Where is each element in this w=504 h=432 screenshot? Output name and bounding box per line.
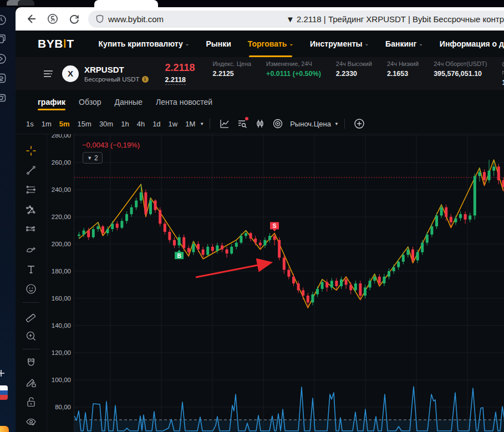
ticker-bar: X XRPUSDT Бессрочный USDTi 2.2118 2.2118…	[16, 57, 504, 90]
parallel-channel-tool-icon[interactable]	[24, 223, 38, 237]
ticker-stat: 24ч Низкий2.1653	[387, 60, 419, 87]
timeframe-4h[interactable]: 4h	[133, 118, 149, 130]
tab-Данные[interactable]: Данные	[114, 90, 142, 114]
horizontal-lines-tool-icon[interactable]	[24, 183, 38, 197]
chart-toolbar: 1s1m5m15m30m1h4h1d1w1M ▼ Рыноч.Цена▼	[16, 114, 504, 134]
divider	[210, 119, 210, 129]
forward-circle-icon[interactable]	[0, 53, 7, 65]
nav-item[interactable]: Инструменты⌄	[310, 31, 369, 57]
price-axis[interactable]: 280,00260,00240,00220,00200,00180,00160,…	[47, 134, 74, 432]
annotation-arrow	[196, 263, 269, 277]
target-icon[interactable]	[272, 118, 283, 129]
zoom-in-tool-icon[interactable]	[24, 329, 38, 343]
shield-icon[interactable]	[95, 14, 104, 23]
draw-lock-tool-icon[interactable]	[24, 375, 38, 390]
yandex-icon[interactable]	[47, 13, 59, 25]
y-axis-label: 200,00	[52, 241, 71, 247]
screenshot-icon[interactable]	[0, 92, 7, 104]
ticker-stats: Индекс. Цена2.2125Изменение, 24Ч+0.0111 …	[213, 60, 504, 87]
url-text[interactable]: www.bybit.com	[108, 14, 164, 24]
tabs-icon[interactable]	[0, 33, 7, 45]
y-axis-label: 280,00	[52, 134, 71, 139]
history-icon[interactable]	[0, 14, 7, 26]
add-icon[interactable]	[0, 369, 6, 378]
symbol-block[interactable]: XRPUSDT Бессрочный USDTi	[84, 65, 149, 83]
nav-item[interactable]: Банкинг⌄	[385, 31, 423, 57]
background-tab[interactable]	[18, 0, 34, 6]
nav-items: Купить криптовалюту⌄РынкиТорговать⌄Инстр…	[99, 31, 504, 57]
timeframe-1M[interactable]: 1M	[181, 118, 199, 130]
bybit-logo[interactable]: BYBǀT	[38, 37, 74, 50]
y-axis-label: 180,00	[52, 268, 71, 275]
info-icon[interactable]: i	[142, 76, 149, 83]
ticker-stat: Сумма от позиций170,152,	[502, 60, 504, 87]
y-axis-label: 240,00	[52, 186, 71, 193]
chevron-down-icon: ⌄	[185, 41, 190, 47]
lock-tool-icon[interactable]	[24, 395, 38, 410]
timeframe-caret-icon[interactable]: ▼	[200, 121, 204, 126]
y-axis-label: 100,00	[52, 377, 71, 383]
y-axis-label: 260,00	[52, 159, 71, 166]
timeframe-1d[interactable]: 1d	[149, 118, 164, 130]
last-price: 2.2118	[165, 62, 195, 74]
back-icon[interactable]	[25, 13, 37, 25]
chart-plot-area[interactable]: BS −0,0043 (−0,19%) ▼2	[74, 134, 504, 432]
ruler-tool-icon[interactable]	[24, 309, 38, 323]
line-chart-icon[interactable]	[219, 118, 230, 129]
tab-Лента новостей[interactable]: Лента новостей	[156, 90, 212, 114]
hide-drawings-tool-icon[interactable]	[24, 415, 38, 429]
refresh-icon[interactable]	[68, 13, 80, 25]
timeframe-1w[interactable]: 1w	[165, 118, 182, 130]
tab-count-icon[interactable]	[0, 72, 7, 84]
timeframe-1h[interactable]: 1h	[117, 118, 133, 130]
emoji-tool-icon[interactable]	[24, 282, 38, 296]
nav-item[interactable]: Рынки	[206, 31, 231, 57]
y-axis-label: 160,00	[52, 295, 71, 302]
symbol-name[interactable]: XRPUSDT	[84, 65, 149, 74]
y-axis-label: 120,00	[52, 349, 71, 356]
divider	[23, 349, 39, 349]
address-bar[interactable]: www.bybit.com ▼ 2.2118 | Трейдинг XRPUSD…	[88, 11, 504, 28]
contract-list-icon[interactable]	[43, 69, 53, 78]
crosshair-tool-icon[interactable]	[24, 144, 38, 158]
text-tool-icon[interactable]	[24, 262, 38, 277]
chevron-down-icon: ▼	[87, 155, 92, 161]
timeframe-1s[interactable]: 1s	[22, 118, 38, 130]
browser-toolbar: www.bybit.com ▼ 2.2118 | Трейдинг XRPUSD…	[16, 7, 504, 31]
timeframe-30m[interactable]: 30m	[95, 118, 117, 130]
active-tab[interactable]	[94, 0, 158, 7]
ticker-stat: 24ч Высокий2.2330	[336, 60, 372, 87]
divider	[23, 302, 39, 303]
plus-circle-icon[interactable]	[354, 118, 365, 129]
notification-dot	[245, 117, 248, 120]
xrp-coin-icon: X	[62, 65, 79, 82]
tab-график[interactable]: график	[38, 90, 65, 114]
tab-Обзор[interactable]: Обзор	[79, 90, 101, 114]
alice-assistant-icon[interactable]	[0, 426, 9, 432]
browser-tab-strip	[0, 0, 504, 7]
magnet-tool-icon[interactable]	[24, 355, 38, 370]
chevron-down-icon: ⌄	[289, 41, 293, 47]
indicator-change-label: −0,0043 (−0,19%)	[82, 141, 140, 149]
mark-price[interactable]: 2.2118	[165, 76, 186, 85]
timeframe-1m[interactable]: 1m	[38, 118, 55, 130]
nav-item[interactable]: Купить криптовалюту⌄	[99, 31, 190, 57]
y-axis-label: 140,00	[52, 322, 71, 329]
nav-item[interactable]: Информация о деривативах⌄	[440, 31, 504, 57]
ticker-stat: 24ч Оборот(USDT)395,576,051.10	[434, 60, 487, 87]
order-type-select[interactable]: Рыноч.Цена▼	[290, 120, 339, 128]
nav-item[interactable]: Торговать⌄	[248, 31, 293, 57]
trend-line-tool-icon[interactable]	[24, 164, 38, 178]
brush-tool-icon[interactable]	[24, 242, 38, 257]
timeframe-5m[interactable]: 5m	[55, 118, 74, 130]
russia-flag-icon[interactable]	[0, 385, 8, 400]
xabcd-pattern-tool-icon[interactable]	[24, 203, 38, 217]
contract-type: Бессрочный USDTi	[84, 76, 149, 83]
candle-settings-icon[interactable]	[254, 118, 266, 129]
bybit-page: BYBǀT Купить криптовалюту⌄РынкиТорговать…	[16, 31, 504, 432]
candlestick-chart[interactable]: BS	[74, 134, 504, 432]
timeframe-15m[interactable]: 15m	[74, 118, 95, 130]
indicators-icon[interactable]	[237, 118, 248, 129]
collapse-indicators-button[interactable]: ▼2	[83, 152, 103, 164]
main-nav: BYBǀT Купить криптовалюту⌄РынкиТорговать…	[16, 31, 504, 57]
